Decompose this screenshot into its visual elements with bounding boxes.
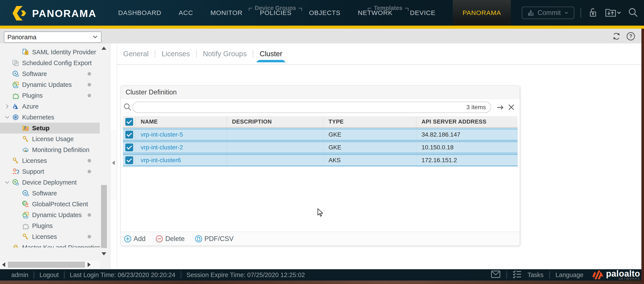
clear-filter-x-icon[interactable] [508,104,515,112]
nav-acc[interactable]: ACC [179,9,193,17]
logout-link[interactable]: Logout [40,271,59,278]
status-dot [88,170,91,173]
status-dot [88,94,91,97]
nav-objects[interactable]: OBJECTS [309,9,340,17]
cell-desc [227,155,323,166]
chevron-down-icon [564,10,569,16]
tasks-link[interactable]: Tasks [527,271,544,278]
delete-button[interactable]: Delete [156,235,185,243]
nav-monitor[interactable]: MONITOR [210,9,242,17]
sidebar-item-label: Dynamic Updates [22,81,72,88]
vertical-scrollbar-thumb[interactable] [101,185,107,248]
row-checkbox[interactable] [125,156,133,164]
sidebar-item-plugins[interactable]: Plugins [0,90,100,101]
nav-dashboard[interactable]: DASHBOARD [118,9,161,17]
table-row[interactable]: vrp-int-cluster6AKS172.16.151.2 [123,154,518,166]
sidebar-item-globalprotect-client[interactable]: GlobalProtect Client [0,199,100,210]
tasks-checklist-icon[interactable] [512,270,522,280]
pdf-export-icon [195,235,202,243]
tabs-divider [117,64,642,65]
chevron-down-icon[interactable] [4,180,10,185]
sidebar-item-label: Azure [22,103,38,110]
session-expire-time: Session Expire Time: 07/25/2020 12:25:02 [186,271,305,278]
column-header-name[interactable]: NAME [136,116,227,127]
sidebar-item-support[interactable]: Support [0,166,100,177]
commit-push-icon [527,9,534,17]
sidebar-item-licenses[interactable]: Licenses [0,231,100,242]
scroll-right-arrow-icon[interactable] [88,262,91,267]
dyn-icon [12,81,19,88]
column-header-api-server-address[interactable]: API SERVER ADDRESS [416,116,518,127]
search-icon[interactable] [628,7,639,19]
table-row[interactable]: vrp-int-cluster-5GKE34.82.186.147 [123,128,518,141]
sidebar-item-master-key-and-diagnostics[interactable]: Master Key and Diagnostics [0,242,100,247]
cluster-name-link[interactable]: vrp-int-cluster-5 [141,131,183,138]
nav-panorama[interactable]: PANORAMA [453,0,511,26]
sidebar-item-setup[interactable]: Setup [0,123,100,133]
filter-search-input[interactable] [133,104,466,111]
sidebar-item-dynamic-updates[interactable]: Dynamic Updates [0,210,100,220]
sidebar-item-scheduled-config-export[interactable]: Scheduled Config Export [0,58,100,68]
sidebar-item-device-deployment[interactable]: Device Deployment [0,177,100,188]
cluster-name-link[interactable]: vrp-int-cluster-2 [141,144,183,151]
sidebar-item-label: Licenses [22,157,47,164]
status-dot [88,159,91,162]
sidebar-item-azure[interactable]: Azure [0,101,100,112]
add-button[interactable]: Add [124,235,146,243]
sidebar-item-dynamic-updates[interactable]: Dynamic Updates [0,79,100,90]
sidebar-item-plugins[interactable]: Plugins [0,220,100,231]
sidebar-item-software[interactable]: Software [0,188,100,199]
sidebar-collapse-handle[interactable] [111,130,116,200]
sidebar-item-software[interactable]: Software [0,68,100,79]
chevron-down-icon[interactable] [4,114,10,120]
sidebar-item-label: Setup [32,125,50,132]
column-header-description[interactable]: DESCRIPTION [227,116,323,127]
context-selector-value: Panorama [4,34,92,41]
separator [64,271,64,278]
tab-general[interactable]: General [123,50,148,58]
column-header-type[interactable]: TYPE [323,116,416,127]
refresh-icon[interactable] [612,32,621,41]
row-checkbox[interactable] [125,131,133,138]
cluster-name-link[interactable]: vrp-int-cluster6 [141,157,181,164]
row-checkbox[interactable] [125,144,133,151]
tab-notify-groups[interactable]: Notify Groups [203,50,247,58]
desktop-edge-bottom [0,280,644,284]
context-selector[interactable]: Panorama [4,32,102,43]
sidebar-item-licenses[interactable]: Licenses [0,155,100,166]
scroll-left-arrow-icon[interactable] [2,262,5,267]
sidebar-item-label: Software [32,190,57,197]
sidebar-item-saml-identity-provider[interactable]: SAML Identity Provider [0,47,100,58]
config-transfer-icon[interactable] [604,7,622,19]
pdf-csv-button[interactable]: PDF/CSV [195,235,234,243]
cell-api: 10.150.0.18 [416,142,518,153]
help-icon[interactable]: ? [626,32,635,41]
bracket-left-icon [249,8,252,11]
sidebar-collapse-strip [110,43,117,269]
sidebar-item-monitoring-definition[interactable]: Monitoring Definition [0,145,100,155]
select-all-checkbox[interactable] [125,118,133,126]
sidebar-item-label: GlobalProtect Client [32,201,88,208]
sidebar-item-kubernetes[interactable]: Kubernetes [0,112,100,123]
scroll-up-arrow-icon[interactable] [102,47,106,50]
cluster-definition-panel: Cluster Definition 3 items NAMEDESCRIPTI… [120,86,520,246]
scroll-down-arrow-icon[interactable] [102,252,106,255]
filter-searchbar[interactable]: 3 items [132,102,491,113]
apply-filter-arrow-icon[interactable] [496,104,504,112]
commit-button[interactable]: Commit [522,7,574,19]
sidebar-item-label: Scheduled Config Export [22,60,92,67]
cell-desc [227,142,323,153]
language-link[interactable]: Language [556,271,584,278]
status-dot [88,83,91,86]
tab-licenses[interactable]: Licenses [162,50,190,58]
collapse-left-arrow-icon[interactable] [112,161,115,165]
minus-circle-icon [156,235,163,243]
table-row[interactable]: vrp-int-cluster-2GKE10.150.0.18 [123,141,518,154]
chevron-right-icon[interactable] [4,104,10,109]
horizontal-scrollbar-thumb[interactable] [8,262,85,268]
unlock-icon[interactable] [587,7,598,19]
tab-cluster[interactable]: Cluster [260,50,282,58]
sidebar-item-license-usage[interactable]: License Usage [0,133,100,145]
messages-envelope-icon[interactable] [491,270,501,280]
horizontal-scrollbar[interactable] [0,260,100,269]
